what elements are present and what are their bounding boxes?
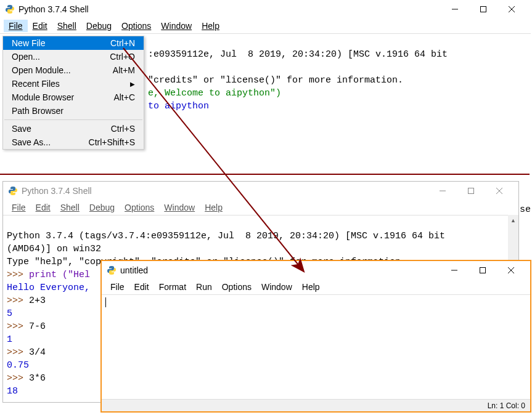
python-icon xyxy=(8,186,18,196)
menu-edit[interactable]: Edit xyxy=(28,20,52,32)
prompt: >>> xyxy=(7,399,29,400)
menu-item-save[interactable]: SaveCtrl+S xyxy=(3,122,144,135)
output: 0.75 xyxy=(7,360,29,371)
python-icon xyxy=(107,265,117,275)
titlebar: Python 3.7.4 Shell xyxy=(0,0,531,18)
close-button[interactable] xyxy=(497,0,526,18)
text-line: e, Welcome to aipython") xyxy=(148,88,281,99)
menu-item-new-file[interactable]: New FileCtrl+N xyxy=(3,36,144,50)
menu-help[interactable]: Help xyxy=(197,20,224,32)
python-icon xyxy=(5,4,15,14)
titlebar: untitled xyxy=(102,261,530,280)
minimize-button[interactable] xyxy=(428,182,457,200)
menu-shell[interactable]: Shell xyxy=(55,201,84,214)
menu-debug[interactable]: Debug xyxy=(84,201,120,214)
file-dropdown: New FileCtrl+N Open...Ctrl+O Open Module… xyxy=(2,36,144,150)
text-line: Python 3.7.4 (tags/v3.7.4:e09359112e, Ju… xyxy=(7,231,445,241)
window-controls xyxy=(428,182,514,200)
menu-item-open[interactable]: Open...Ctrl+O xyxy=(3,50,144,63)
menu-options[interactable]: Options xyxy=(217,281,256,293)
editor-content[interactable] xyxy=(102,295,530,400)
scroll-up-icon[interactable]: ▲ xyxy=(508,215,518,225)
text-line: :e09359112e, Jul 8 2019, 20:34:20) [MSC … xyxy=(148,49,448,60)
window-title: Python 3.7.4 Shell xyxy=(22,186,428,196)
text-line: to aipython xyxy=(148,101,209,111)
menu-edit[interactable]: Edit xyxy=(129,281,154,293)
close-button[interactable] xyxy=(485,182,514,200)
output: 1 xyxy=(7,334,12,345)
divider xyxy=(0,174,530,175)
chevron-right-icon: ▶ xyxy=(130,81,135,87)
svg-rect-9 xyxy=(480,268,486,273)
menu-options[interactable]: Options xyxy=(117,20,156,32)
menu-file[interactable]: File xyxy=(7,201,31,214)
menu-format[interactable]: Format xyxy=(154,281,191,293)
output: 18 xyxy=(7,386,18,397)
menu-run[interactable]: Run xyxy=(191,281,217,293)
menu-shell[interactable]: Shell xyxy=(52,20,81,32)
menu-item-recent-files[interactable]: Recent Files▶ xyxy=(3,77,144,91)
menu-item-save-as[interactable]: Save As...Ctrl+Shift+S xyxy=(3,135,144,149)
shell-window-1: Python 3.7.4 Shell File Edit Shell Debug… xyxy=(0,0,531,169)
svg-rect-5 xyxy=(469,188,474,194)
statusbar: Ln: 1 Col: 0 xyxy=(102,399,530,411)
editor-window: untitled File Edit Format Run Options Wi… xyxy=(100,260,531,413)
truncated-text: se xyxy=(520,204,531,215)
menu-item-path-browser[interactable]: Path Browser xyxy=(3,104,144,118)
window-controls xyxy=(441,0,526,18)
menu-edit[interactable]: Edit xyxy=(31,201,55,214)
menu-options[interactable]: Options xyxy=(120,201,159,214)
maximize-button[interactable] xyxy=(469,0,497,18)
menu-file[interactable]: File xyxy=(105,281,129,293)
prompt: >>> xyxy=(7,373,29,384)
menu-separator xyxy=(4,119,142,120)
prompt: >>> xyxy=(7,270,29,280)
menu-window[interactable]: Window xyxy=(156,20,197,32)
menu-debug[interactable]: Debug xyxy=(81,20,117,32)
menu-window[interactable]: Window xyxy=(256,281,297,293)
close-button[interactable] xyxy=(497,261,525,280)
text-cursor xyxy=(105,297,106,307)
window-title: Python 3.7.4 Shell xyxy=(18,4,441,14)
output: Hello Everyone, xyxy=(7,283,90,293)
text-line: (AMD64)] on win32 xyxy=(7,244,101,254)
menu-window[interactable]: Window xyxy=(159,201,200,214)
menubar: File Edit Format Run Options Window Help xyxy=(102,280,530,295)
text-line: "credits" or "license()" for more inform… xyxy=(148,75,403,86)
prompt: >>> xyxy=(7,347,29,358)
menu-help[interactable]: Help xyxy=(297,281,325,293)
titlebar: Python 3.7.4 Shell xyxy=(3,182,518,200)
menu-item-module-browser[interactable]: Module BrowserAlt+C xyxy=(3,91,144,104)
cursor-position: Ln: 1 Col: 0 xyxy=(488,401,525,410)
menu-file[interactable]: File xyxy=(4,20,28,32)
prompt: >>> xyxy=(7,321,29,332)
window-controls xyxy=(440,261,525,280)
output: 5 xyxy=(7,308,12,319)
menubar: File Edit Shell Debug Options Window Hel… xyxy=(0,18,531,34)
menu-help[interactable]: Help xyxy=(200,201,227,214)
minimize-button[interactable] xyxy=(441,0,469,18)
maximize-button[interactable] xyxy=(469,261,497,280)
minimize-button[interactable] xyxy=(440,261,469,280)
menu-item-open-module[interactable]: Open Module...Alt+M xyxy=(3,63,144,77)
svg-rect-1 xyxy=(481,7,486,12)
window-title: untitled xyxy=(120,265,440,275)
maximize-button[interactable] xyxy=(457,182,485,200)
prompt: >>> xyxy=(7,296,29,306)
menubar: File Edit Shell Debug Options Window Hel… xyxy=(3,200,518,216)
